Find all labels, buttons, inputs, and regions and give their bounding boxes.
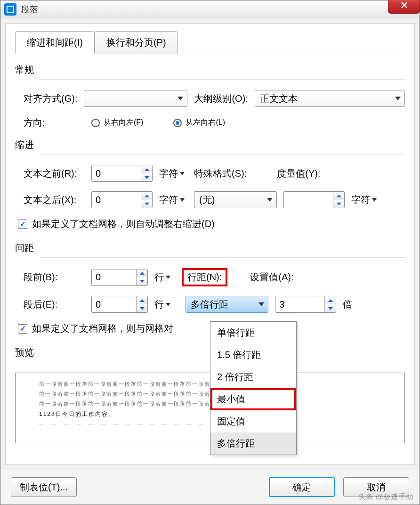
auto-adjust-checkbox[interactable]: ✓ 如果定义了文档网格，则自动调整右缩进(D) <box>18 218 405 230</box>
snap-grid-label: 如果定义了文档网格，则与网格对 <box>32 322 173 335</box>
tab-indent-spacing[interactable]: 缩进和间距(I) <box>15 31 95 54</box>
app-icon <box>4 3 16 16</box>
direction-rtl-radio[interactable]: 从右向左(F) <box>91 118 143 128</box>
line-spacing-dropdown: 单倍行距 1.5 倍行距 2 倍行距 最小值 固定值 多倍行距 <box>210 321 297 455</box>
alignment-combo[interactable] <box>84 90 187 107</box>
spin-up-icon[interactable] <box>141 192 152 200</box>
indent-after-unit[interactable]: 字符 <box>159 194 185 206</box>
space-after-label: 段后(E): <box>24 298 85 311</box>
indent-before-spinner[interactable] <box>91 165 153 182</box>
space-after-input[interactable] <box>92 299 136 310</box>
spin-down-icon[interactable] <box>333 200 344 208</box>
watermark: 头条 @极速手助 <box>358 492 413 502</box>
line-spacing-label: 行距(N): <box>182 268 227 286</box>
spin-up-icon[interactable] <box>325 296 336 304</box>
outline-label: 大纲级别(O): <box>194 92 248 105</box>
spin-down-icon[interactable] <box>141 200 152 208</box>
radio-label: 从左向右(L) <box>186 118 225 128</box>
chevron-down-icon <box>166 303 170 306</box>
space-after-unit[interactable]: 行 <box>154 298 170 311</box>
alignment-label: 对齐方式(G): <box>24 92 77 105</box>
special-format-combo[interactable]: (无) <box>194 191 277 208</box>
outline-value: 正文文本 <box>260 92 298 105</box>
option-fixed[interactable]: 固定值 <box>210 410 296 432</box>
group-general-title: 常规 <box>15 64 405 76</box>
group-indent-title: 缩进 <box>15 138 405 151</box>
tab-strip: 缩进和间距(I) 换行和分页(P) <box>15 31 405 54</box>
tabs-button[interactable]: 制表位(T)... <box>11 477 77 497</box>
indent-before-label: 文本之前(R): <box>24 167 85 180</box>
indent-after-label: 文本之后(X): <box>24 194 85 206</box>
spin-up-icon[interactable] <box>333 192 344 200</box>
indent-before-unit[interactable]: 字符 <box>159 167 185 180</box>
divider <box>40 154 405 155</box>
dialog-body: 缩进和间距(I) 换行和分页(P) 常规 对齐方式(G): 大纲级别(O): 正… <box>5 23 415 465</box>
spin-down-icon[interactable] <box>137 304 147 312</box>
spin-down-icon[interactable] <box>325 304 336 312</box>
close-icon: ✕ <box>400 0 408 11</box>
set-value-spinner[interactable] <box>275 296 336 313</box>
option-single[interactable]: 单倍行距 <box>210 322 296 344</box>
line-spacing-value: 多倍行距 <box>191 298 228 311</box>
option-double[interactable]: 2 倍行距 <box>210 366 296 388</box>
chevron-down-icon <box>178 97 183 100</box>
measure-value-spinner[interactable] <box>283 191 345 208</box>
space-after-spinner[interactable] <box>91 296 148 313</box>
chevron-down-icon <box>166 276 170 279</box>
special-format-label: 特殊格式(S): <box>194 167 247 180</box>
chevron-down-icon <box>395 97 401 100</box>
space-before-unit[interactable]: 行 <box>154 271 170 284</box>
space-before-label: 段前(B): <box>24 271 85 284</box>
line-spacing-combo[interactable]: 多倍行距 <box>186 296 268 313</box>
divider <box>40 79 405 80</box>
group-spacing-title: 间距 <box>15 242 405 254</box>
paragraph-dialog: 段落 ✕ 缩进和间距(I) 换行和分页(P) 常规 对齐方式(G): 大纲级别(… <box>0 0 420 505</box>
chevron-down-icon <box>267 198 273 202</box>
option-min[interactable]: 最小值 <box>210 388 296 410</box>
chevron-down-icon <box>258 302 264 306</box>
spin-down-icon[interactable] <box>137 277 147 285</box>
option-multiple[interactable]: 多倍行距 <box>210 432 296 455</box>
space-before-spinner[interactable] <box>91 269 148 286</box>
space-before-input[interactable] <box>92 272 136 283</box>
button-row: 制表位(T)... 确定 取消 <box>0 470 420 505</box>
chevron-down-icon <box>372 198 377 202</box>
measure-value-input[interactable] <box>284 195 333 205</box>
ok-button[interactable]: 确定 <box>269 477 335 497</box>
outline-level-combo[interactable]: 正文文本 <box>255 90 405 107</box>
set-value-unit: 倍 <box>343 298 352 311</box>
titlebar: 段落 ✕ <box>0 0 420 18</box>
check-icon: ✓ <box>20 325 26 333</box>
check-icon: ✓ <box>20 220 26 228</box>
radio-label: 从右向左(F) <box>104 118 143 128</box>
set-value-input[interactable] <box>275 299 324 310</box>
indent-before-input[interactable] <box>92 168 141 179</box>
indent-after-spinner[interactable] <box>91 191 153 208</box>
option-one-half[interactable]: 1.5 倍行距 <box>210 344 296 366</box>
special-format-value: (无) <box>199 194 215 206</box>
set-value-label: 设置值(A): <box>250 271 293 284</box>
tab-line-page-breaks[interactable]: 换行和分页(P) <box>95 31 178 54</box>
auto-adjust-label: 如果定义了文档网格，则自动调整右缩进(D) <box>32 218 215 230</box>
radio-icon <box>173 119 182 127</box>
close-button[interactable]: ✕ <box>388 0 420 14</box>
chevron-down-icon <box>180 172 185 175</box>
indent-after-input[interactable] <box>92 195 141 205</box>
divider <box>40 257 405 258</box>
chevron-down-icon <box>180 198 185 202</box>
measure-unit[interactable]: 字符 <box>351 194 377 206</box>
window-title: 段落 <box>21 4 38 15</box>
direction-label: 方向: <box>24 116 76 129</box>
radio-icon <box>91 119 100 127</box>
spin-down-icon[interactable] <box>141 173 152 181</box>
direction-ltr-radio[interactable]: 从左向右(L) <box>173 118 225 128</box>
spin-up-icon[interactable] <box>137 269 147 277</box>
spin-up-icon[interactable] <box>141 165 152 173</box>
spin-up-icon[interactable] <box>137 296 147 304</box>
measure-value-label: 度量值(Y): <box>277 167 320 180</box>
